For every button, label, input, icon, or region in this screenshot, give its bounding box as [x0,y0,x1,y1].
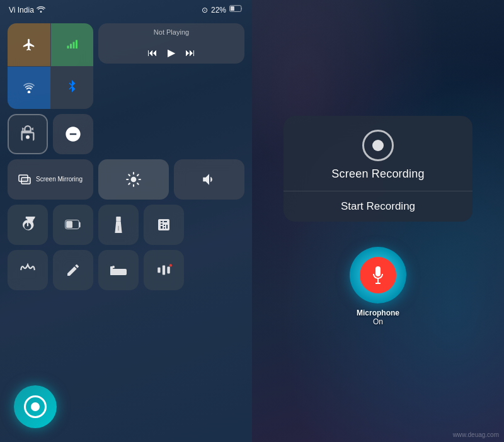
svg-rect-26 [375,266,381,276]
row-3: Screen Mirroring [8,159,244,200]
battery-icon-status [229,5,243,14]
cellular-tile[interactable] [51,23,94,66]
bed-tile[interactable] [98,250,139,290]
popup-bottom[interactable]: Start Recording [284,191,472,222]
rec-circle-outer [24,395,47,418]
svg-point-7 [28,91,31,93]
wifi-signal-icon [37,6,45,14]
brightness-tile[interactable] [98,159,169,200]
music-status-label: Not Playing [105,28,238,36]
svg-rect-2 [231,6,234,11]
volume-tile[interactable] [174,159,244,200]
popup-rec-inner [372,140,384,151]
svg-point-25 [169,264,172,266]
svg-point-0 [40,11,42,13]
start-recording-button[interactable]: Start Recording [341,200,415,213]
row-5 [8,250,244,290]
rec-circle-inner [31,402,40,411]
timer-tile[interactable] [8,205,48,245]
status-left: Vi India [9,6,45,14]
svg-rect-23 [163,265,165,275]
do-not-disturb-tile[interactable] [53,114,93,154]
svg-rect-24 [167,267,169,274]
wifi-tile[interactable] [8,67,50,110]
brightness-icon-status: ⊙ [202,6,208,14]
status-right: ⊙ 22% [202,5,243,14]
next-button[interactable]: ⏭ [185,47,195,59]
mic-label: Microphone On [357,309,399,326]
svg-rect-3 [67,45,69,48]
svg-rect-20 [119,269,125,273]
svg-point-11 [131,177,137,183]
row-1: Not Playing ⏮ ▶ ⏭ [8,23,244,109]
carrier-label: Vi India [9,6,34,14]
popup-rec-icon [362,130,394,161]
svg-rect-14 [116,217,120,221]
play-button[interactable]: ▶ [168,47,175,59]
notes-tile[interactable] [53,250,93,290]
audio-tile[interactable] [144,250,184,290]
screen-mirroring-tile[interactable]: Screen Mirroring [8,159,93,200]
voice-memo-tile[interactable] [8,250,48,290]
screen-mirroring-label: Screen Mirroring [36,176,83,183]
svg-rect-6 [76,40,77,48]
spacer-1 [98,114,244,154]
row-4 [8,205,244,245]
row-2 [8,114,244,154]
battery-percent: 22% [211,6,226,14]
mic-label-line2: On [357,317,399,326]
watermark: www.deuag.com [453,431,499,438]
flashlight-tile[interactable] [98,205,139,245]
svg-rect-4 [70,43,72,48]
airplane-tile[interactable] [8,23,50,66]
svg-point-8 [26,135,30,139]
calculator-tile[interactable] [144,205,184,245]
connectivity-block[interactable] [8,23,93,109]
orientation-lock-tile[interactable] [8,114,48,154]
status-bar: Vi India ⊙ 22% [0,0,252,17]
svg-rect-5 [73,42,75,48]
music-widget: Not Playing ⏮ ▶ ⏭ [98,23,244,64]
svg-rect-10 [21,178,30,184]
popup-top: Screen Recording [284,116,472,191]
mic-inner-circle [360,257,396,293]
svg-rect-19 [112,269,118,273]
left-panel: Vi India ⊙ 22% [0,0,252,442]
screen-recording-popup: Screen Recording Start Recording [284,116,472,222]
music-controls[interactable]: ⏮ ▶ ⏭ [105,47,238,59]
cc-container: Not Playing ⏮ ▶ ⏭ [0,17,252,297]
svg-point-21 [112,266,115,268]
microphone-container: Microphone On [350,247,406,326]
microphone-button[interactable] [350,247,406,303]
battery-status-tile[interactable] [53,205,93,245]
screen-record-button[interactable] [14,385,57,428]
svg-rect-28 [375,283,381,284]
mic-label-line1: Microphone [357,309,399,317]
svg-rect-27 [377,279,379,283]
right-panel: Screen Recording Start Recording Microph… [252,0,504,442]
popup-title: Screen Recording [331,167,424,181]
microphone-icon [370,266,386,284]
svg-rect-22 [158,268,160,273]
svg-rect-13 [66,221,72,228]
bluetooth-tile[interactable] [51,67,94,110]
prev-button[interactable]: ⏮ [147,47,158,59]
